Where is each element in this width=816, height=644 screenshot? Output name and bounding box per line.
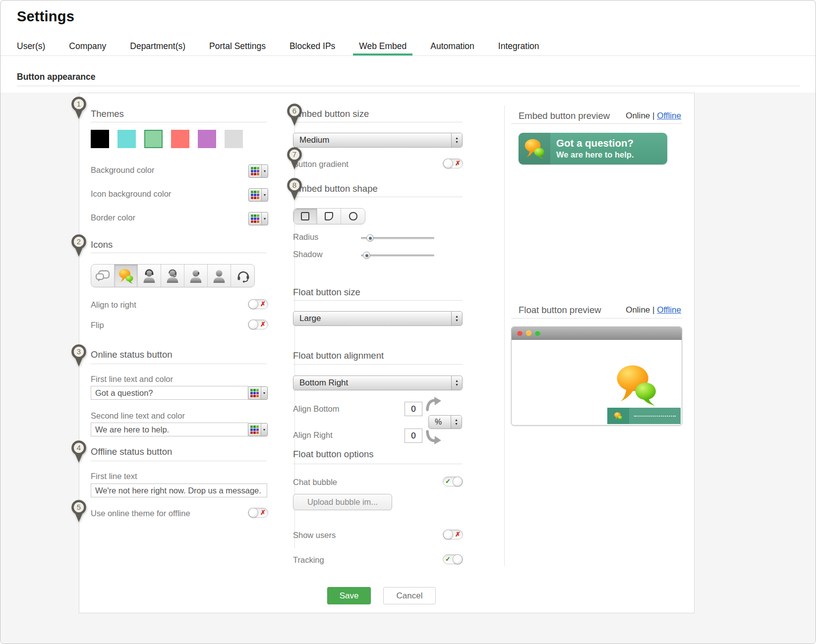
first-line-input[interactable] (91, 386, 248, 400)
float-size-value: Large (299, 314, 321, 323)
align-to-right-toggle[interactable]: ✗ (248, 299, 268, 309)
marker-pin-1: 1 (70, 97, 87, 119)
shadow-slider-track[interactable] (361, 255, 434, 257)
tab-portal-settings[interactable]: Portal Settings (197, 37, 278, 56)
chat-bubbles-icon (519, 133, 550, 164)
icon-option-agent-mic[interactable] (184, 265, 208, 287)
float-options-heading: Float button options (293, 449, 374, 460)
color-grid-icon (249, 425, 260, 435)
second-line-color-picker[interactable]: ▼ (248, 423, 268, 436)
theme-swatch-turquoise[interactable] (117, 130, 136, 148)
curved-arrow-up-icon (424, 429, 442, 445)
float-preview-state-links: Online | Offline (626, 305, 681, 315)
tab-users[interactable]: User(s) (17, 37, 57, 56)
align-bottom-input[interactable] (405, 402, 422, 416)
first-line-color-picker[interactable]: ▼ (248, 386, 268, 400)
stepper-icon: ▲▼ (451, 312, 462, 325)
border-color-picker[interactable]: ▼ (248, 212, 268, 225)
dropdown-arrow-icon: ▼ (261, 424, 267, 436)
float-preview-offline-link[interactable]: Offline (657, 305, 681, 315)
float-alignment-select[interactable]: Bottom Right ▲▼ (293, 376, 463, 390)
radius-slider-knob[interactable] (366, 234, 374, 242)
column-divider-right (504, 106, 505, 566)
stepper-icon: ▲▼ (451, 376, 462, 390)
svg-text:5: 5 (77, 503, 81, 511)
toggle-knob (453, 554, 463, 564)
cancel-button[interactable]: Cancel (383, 587, 436, 604)
tab-blocked-ips[interactable]: Blocked IPs (278, 37, 347, 56)
icon-option-headset[interactable] (231, 265, 254, 287)
second-line-color-label: Second line text and color (91, 411, 185, 421)
embed-preview-heading: Embed button preview (519, 110, 610, 121)
embed-size-select[interactable]: Medium ▲▼ (293, 133, 463, 148)
background-color-picker[interactable]: ▼ (248, 164, 268, 178)
rounded-corner-shape-icon (325, 212, 333, 220)
curved-arrow-down-icon (424, 396, 442, 412)
settings-page: Settings User(s) Company Department(s) P… (0, 0, 816, 644)
toggle-knob (453, 477, 463, 486)
shape-option-square[interactable] (293, 209, 317, 224)
use-online-theme-toggle[interactable]: ✗ (248, 508, 268, 518)
tab-integration[interactable]: Integration (486, 37, 551, 56)
second-line-input[interactable] (91, 423, 248, 436)
unit-select[interactable]: % ▲▼ (428, 415, 462, 429)
icon-option-agent[interactable] (208, 265, 231, 287)
separator: | (652, 305, 657, 315)
rounded-shape-icon (349, 212, 357, 220)
cross-icon: ✗ (258, 300, 268, 309)
shape-option-rounded[interactable] (341, 209, 365, 224)
show-users-toggle[interactable]: ✗ (443, 530, 463, 539)
align-right-label: Align Right (293, 430, 333, 440)
theme-swatch-green[interactable] (144, 130, 163, 148)
embed-preview-offline-link[interactable]: Offline (657, 111, 681, 120)
icon-option-agent-headset[interactable] (161, 265, 184, 287)
button-gradient-toggle[interactable]: ✗ (443, 159, 463, 168)
save-button[interactable]: Save (327, 587, 371, 604)
theme-swatch-gray[interactable] (225, 130, 243, 148)
cross-icon: ✗ (258, 320, 268, 329)
cross-icon: ✗ (258, 508, 268, 517)
cross-icon: ✗ (453, 530, 463, 539)
section-divider (17, 86, 800, 86)
square-shape-icon (301, 212, 309, 220)
zoom-traffic-light-icon (535, 330, 540, 336)
float-alignment-value: Bottom Right (299, 378, 348, 388)
float-preview-rule (511, 318, 682, 319)
float-alignment-rule (293, 364, 463, 365)
icon-picker (91, 264, 255, 287)
offline-first-line-label: First line text (91, 472, 137, 481)
page-title: Settings (17, 8, 74, 25)
embed-preview-online: Online (626, 111, 650, 120)
shape-option-rounded-corner[interactable] (317, 209, 341, 224)
tracking-toggle[interactable]: ✓ (443, 554, 463, 564)
mock-window-titlebar (512, 327, 682, 340)
chat-bubble-label: Chat bubble (293, 478, 337, 487)
theme-swatch-black[interactable] (91, 130, 109, 148)
chat-bubbles-icon (118, 268, 134, 284)
icon-option-chat-outline[interactable] (91, 265, 115, 287)
check-icon: ✓ (443, 477, 453, 486)
shadow-slider-knob[interactable] (363, 252, 370, 259)
upload-bubble-image-button[interactable]: Upload bubble im... (293, 494, 392, 510)
tab-departments[interactable]: Department(s) (118, 37, 197, 56)
agent-headset-icon (166, 268, 179, 283)
tab-automation[interactable]: Automation (418, 37, 486, 56)
float-size-select[interactable]: Large ▲▼ (293, 311, 463, 326)
marker-pin-8: 8 (286, 178, 303, 201)
icon-background-color-picker[interactable]: ▼ (248, 188, 268, 202)
background-color-label: Background color (91, 165, 154, 175)
align-right-input[interactable] (405, 429, 422, 443)
chat-bubble-toggle[interactable]: ✓ (443, 477, 463, 486)
theme-swatch-coral[interactable] (171, 130, 189, 148)
border-color-label: Border color (91, 213, 135, 222)
stepper-icon: ▲▼ (451, 133, 462, 147)
tab-company[interactable]: Company (57, 37, 118, 56)
marker-pin-3: 3 (70, 344, 87, 367)
theme-swatch-orchid[interactable] (198, 130, 216, 148)
icon-option-chat-bubbles[interactable] (115, 265, 138, 287)
flip-toggle[interactable]: ✗ (248, 320, 268, 329)
float-preview-online: Online (626, 305, 650, 315)
tab-web-embed[interactable]: Web Embed (347, 37, 418, 56)
offline-first-line-input[interactable] (91, 483, 267, 497)
icon-option-agent-headset-dark[interactable] (138, 265, 161, 287)
